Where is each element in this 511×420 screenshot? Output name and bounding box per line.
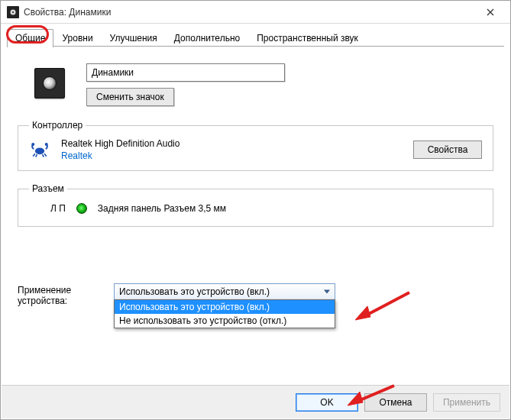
ok-button[interactable]: OK	[296, 393, 358, 412]
device-speaker-icon	[34, 68, 65, 99]
close-icon	[487, 8, 494, 16]
device-name-input[interactable]	[86, 63, 285, 82]
svg-point-1	[12, 11, 15, 13]
change-icon-button[interactable]: Сменить значок	[86, 88, 174, 106]
device-usage-label: Применение устройства:	[18, 283, 102, 306]
jack-channel-label: Л П	[50, 203, 66, 214]
jack-color-icon	[76, 203, 87, 214]
svg-point-3	[31, 143, 34, 146]
jack-description: Задняя панель Разъем 3,5 мм	[98, 203, 226, 214]
tab-spatial[interactable]: Пространственный звук	[248, 29, 367, 47]
controller-name: Realtek High Definition Audio	[61, 138, 403, 149]
svg-marker-6	[355, 306, 370, 320]
controller-group: Контроллер Realtek High Definition Audio…	[18, 120, 493, 171]
tab-general-panel: Сменить значок Контроллер Realte	[1, 47, 510, 306]
tab-enhancements[interactable]: Улучшения	[102, 29, 166, 47]
device-usage-dropdown: Использовать это устройство (вкл.) Не ис…	[114, 299, 335, 328]
controller-group-title: Контроллер	[29, 120, 86, 131]
jack-group-title: Разъем	[29, 183, 67, 194]
device-header: Сменить значок	[34, 63, 493, 106]
device-usage-value: Использовать это устройство (вкл.)	[119, 286, 270, 297]
cancel-button[interactable]: Отмена	[364, 393, 427, 412]
window-title: Свойства: Динамики	[24, 7, 474, 18]
svg-point-2	[35, 147, 44, 154]
controller-properties-button[interactable]: Свойства	[413, 141, 482, 159]
tab-advanced[interactable]: Дополнительно	[166, 29, 248, 47]
device-usage-option-enable[interactable]: Использовать это устройство (вкл.)	[115, 300, 335, 314]
device-usage-combobox[interactable]: Использовать это устройство (вкл.)	[114, 283, 335, 300]
tab-general[interactable]: Общие	[7, 29, 53, 47]
tab-row: Общие Уровни Улучшения Дополнительно Про…	[1, 24, 510, 47]
dialog-footer: OK Отмена Применить	[2, 385, 509, 418]
device-usage-option-disable[interactable]: Не использовать это устройство (откл.)	[115, 314, 335, 328]
realtek-crab-icon	[29, 141, 50, 159]
tab-levels[interactable]: Уровни	[53, 29, 101, 47]
jack-group: Разъем Л П Задняя панель Разъем 3,5 мм	[18, 183, 493, 227]
svg-point-4	[45, 143, 48, 146]
properties-window: Свойства: Динамики Общие Уровни Улучшени…	[0, 0, 511, 420]
close-button[interactable]	[474, 2, 507, 23]
controller-vendor-link[interactable]: Realtek	[61, 150, 403, 161]
titlebar: Свойства: Динамики	[1, 1, 510, 24]
device-usage-row: Применение устройства: Использовать это …	[18, 283, 493, 306]
apply-button[interactable]: Применить	[433, 393, 500, 412]
speaker-system-icon	[7, 6, 19, 18]
